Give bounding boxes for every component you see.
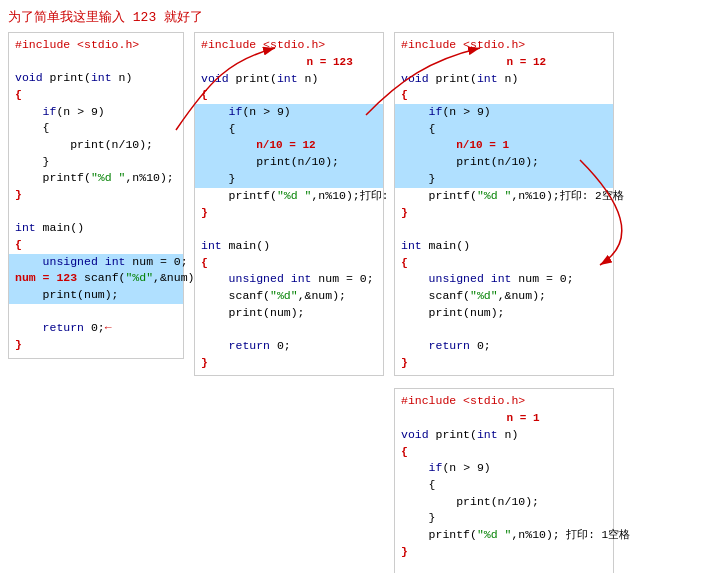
right-column: #include <stdio.h> n = 12 void print(int… [394, 32, 716, 573]
page: 为了简单我这里输入 123 就好了 #include <stdio.h> voi… [0, 0, 724, 573]
code-panel-1: #include <stdio.h> void print(int n) { i… [8, 32, 184, 359]
code-panel-3: #include <stdio.h> n = 12 void print(int… [394, 32, 614, 376]
code-panel-2: #include <stdio.h> n = 123 void print(in… [194, 32, 384, 376]
top-annotation: 为了简单我这里输入 123 就好了 [8, 8, 716, 26]
code-panel-4: #include <stdio.h> n = 1 void print(int … [394, 388, 614, 573]
